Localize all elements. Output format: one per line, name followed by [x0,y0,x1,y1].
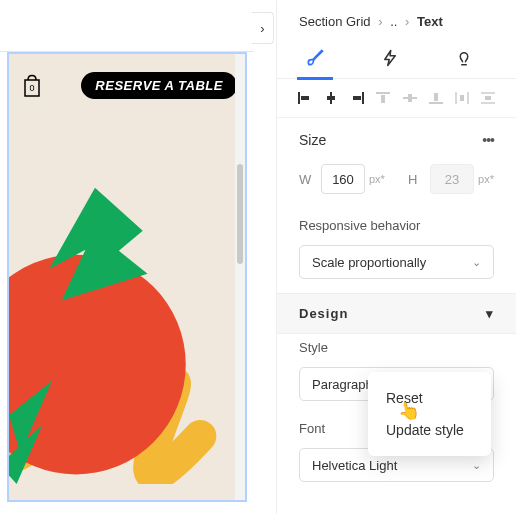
brush-icon [305,48,325,68]
breadcrumb-current: Text [417,14,443,29]
responsive-value: Scale proportionally [312,255,426,270]
height-input [430,164,474,194]
font-value: Helvetica Light [312,458,397,473]
svg-rect-6 [353,96,361,100]
panel-toggle-button[interactable]: › [252,12,274,44]
update-style-option[interactable]: Update style [368,414,491,446]
width-input[interactable] [321,164,365,194]
svg-rect-18 [485,96,491,100]
cursor-pointer-icon: 👆 [396,398,422,424]
align-v-center-icon[interactable] [402,91,418,105]
size-section-head: Size ••• [277,118,516,156]
editor-canvas: 0 RESERVE A TABLE [0,0,254,514]
responsive-select[interactable]: Scale proportionally ⌄ [299,245,494,279]
style-options-popover: Reset Update style [368,372,491,456]
tab-style[interactable] [305,37,325,79]
responsive-label: Responsive behavior [277,212,516,239]
width-label: W [299,172,313,187]
align-left-icon[interactable] [297,91,313,105]
distribute-h-icon[interactable] [454,91,470,105]
align-center-icon[interactable] [323,91,339,105]
align-right-icon[interactable] [349,91,365,105]
height-unit: px* [478,173,494,185]
caret-down-icon: ▾ [486,306,494,321]
distribute-v-icon[interactable] [480,91,496,105]
svg-rect-15 [460,95,464,101]
chevron-right-icon: › [374,14,386,29]
svg-rect-2 [301,96,309,100]
chevron-down-icon: ⌄ [472,256,481,269]
breadcrumb[interactable]: Section Grid › .. › Text [277,0,516,37]
chevron-right-icon: › [401,14,413,29]
tomato-illustration [9,54,245,484]
canvas-stage[interactable]: 0 RESERVE A TABLE [7,52,247,502]
style-label: Style [277,334,516,361]
svg-rect-12 [434,93,438,101]
align-toolbar [277,79,516,118]
canvas-header-spacer [0,0,254,52]
align-top-icon[interactable] [375,91,391,105]
svg-rect-8 [381,95,385,103]
design-title: Design [299,306,348,321]
canvas-scrollbar[interactable] [235,54,245,500]
scrollbar-thumb[interactable] [237,164,243,264]
width-unit: px* [369,173,385,185]
tab-ideas[interactable] [455,37,473,79]
svg-rect-10 [408,94,412,102]
size-title: Size [299,132,326,148]
lightning-icon [381,49,399,67]
panel-tabs [277,37,516,79]
align-bottom-icon[interactable] [428,91,444,105]
more-icon[interactable]: ••• [482,132,494,148]
style-value: Paragraph [312,377,373,392]
chevron-right-icon: › [260,21,264,36]
breadcrumb-mid[interactable]: .. [390,14,397,29]
lightbulb-icon [455,49,473,67]
height-label: H [408,172,422,187]
breadcrumb-root[interactable]: Section Grid [299,14,371,29]
size-row: W px* H px* [277,156,516,212]
svg-rect-4 [327,96,335,100]
reset-option[interactable]: Reset [368,382,491,414]
design-accordion[interactable]: Design ▾ [277,293,516,334]
chevron-down-icon: ⌄ [472,459,481,472]
tab-actions[interactable] [381,37,399,79]
